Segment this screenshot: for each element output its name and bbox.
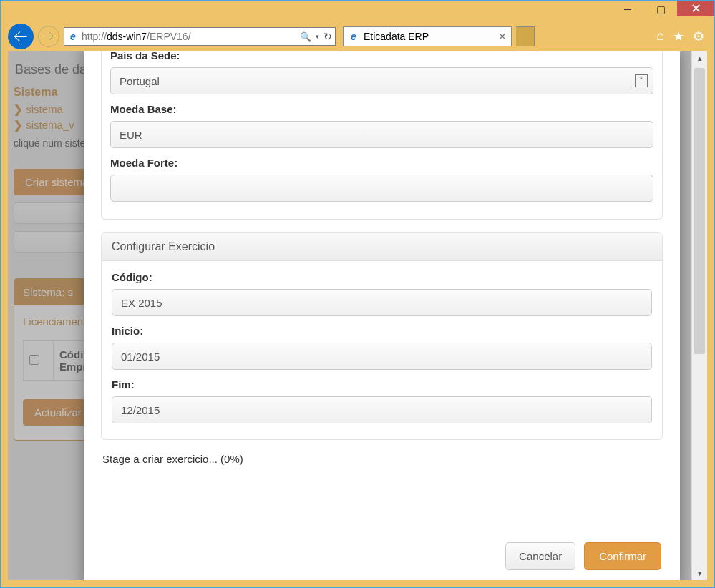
pais-value: Portugal bbox=[110, 67, 653, 94]
arrow-left-icon: 🡠 bbox=[14, 29, 28, 45]
favorites-icon[interactable]: ★ bbox=[673, 29, 684, 44]
codigo-input[interactable]: EX 2015 bbox=[112, 289, 652, 316]
moeda-forte-input[interactable] bbox=[110, 175, 653, 202]
section-header: Configurar Exercicio bbox=[102, 233, 662, 261]
window-close-button[interactable]: ✕ bbox=[677, 1, 714, 16]
moeda-forte-label: Moeda Forte: bbox=[110, 157, 653, 169]
browser-tab[interactable]: e Eticadata ERP ✕ bbox=[343, 26, 512, 46]
nav-forward-button[interactable]: 🡢 bbox=[38, 26, 59, 47]
moeda-base-input[interactable]: EUR bbox=[110, 121, 653, 148]
chevron-down-icon[interactable]: ˇ bbox=[635, 74, 648, 87]
address-bar[interactable]: e http://dds-win7/ERPV16/ 🔍 ▾ ↻ bbox=[64, 27, 336, 46]
form-section-sede: Pais da Sede: Portugal ˇ Moeda Base: EUR… bbox=[101, 51, 663, 220]
vertical-scrollbar[interactable]: ▴ ▾ bbox=[691, 51, 707, 580]
confirm-button[interactable]: Confirmar bbox=[584, 542, 661, 570]
ie-icon: e bbox=[348, 31, 359, 42]
form-section-exercicio: Configurar Exercicio Código: EX 2015 Ini… bbox=[101, 232, 663, 440]
status-message: Stage a criar exercicio... (0%) bbox=[101, 440, 663, 466]
fim-input[interactable]: 12/2015 bbox=[112, 396, 652, 423]
browser-tools: ⌂ ★ ⚙ bbox=[656, 29, 704, 44]
refresh-icon[interactable]: ↻ bbox=[324, 31, 332, 42]
dropdown-icon[interactable]: ▾ bbox=[316, 33, 319, 40]
browser-nav-bar: 🡠 🡢 e http://dds-win7/ERPV16/ 🔍 ▾ ↻ e Et… bbox=[1, 22, 714, 51]
arrow-right-icon: 🡢 bbox=[43, 30, 54, 43]
address-url: http://dds-win7/ERPV16/ bbox=[82, 31, 297, 42]
nav-back-button[interactable]: 🡠 bbox=[8, 24, 34, 49]
address-actions: 🔍 ▾ ↻ bbox=[300, 31, 332, 42]
ie-icon: e bbox=[67, 31, 79, 42]
settings-icon[interactable]: ⚙ bbox=[693, 29, 704, 44]
pais-label: Pais da Sede: bbox=[110, 51, 653, 62]
search-icon[interactable]: 🔍 bbox=[300, 31, 311, 42]
window-minimize-button[interactable]: ─ bbox=[611, 1, 644, 17]
scroll-down-button[interactable]: ▾ bbox=[692, 566, 707, 580]
new-tab-button[interactable] bbox=[516, 26, 535, 46]
window-titlebar: ─ ▢ ✕ bbox=[1, 1, 714, 22]
scroll-up-button[interactable]: ▴ bbox=[692, 51, 707, 65]
home-icon[interactable]: ⌂ bbox=[656, 29, 664, 44]
fim-label: Fim: bbox=[112, 378, 652, 391]
inicio-label: Inicio: bbox=[112, 325, 652, 337]
tab-title: Eticadata ERP bbox=[364, 31, 494, 42]
browser-window: ─ ▢ ✕ 🡠 🡢 e http://dds-win7/ERPV16/ 🔍 ▾ … bbox=[0, 0, 715, 588]
tab-close-icon[interactable]: ✕ bbox=[498, 31, 507, 42]
inicio-input[interactable]: 01/2015 bbox=[112, 343, 652, 370]
pais-select[interactable]: Portugal ˇ bbox=[110, 67, 653, 94]
cancel-button[interactable]: Cancelar bbox=[505, 542, 575, 570]
moeda-base-label: Moeda Base: bbox=[110, 103, 653, 115]
window-maximize-button[interactable]: ▢ bbox=[644, 1, 677, 17]
scroll-track[interactable] bbox=[692, 65, 707, 566]
page-viewport: Bases de dados Sistema sistema sistema_v… bbox=[8, 51, 707, 580]
modal-dialog: Pais da Sede: Portugal ˇ Moeda Base: EUR… bbox=[84, 51, 680, 580]
modal-footer: Cancelar Confirmar bbox=[101, 534, 663, 570]
codigo-label: Código: bbox=[112, 271, 652, 283]
scroll-thumb[interactable] bbox=[694, 68, 705, 354]
